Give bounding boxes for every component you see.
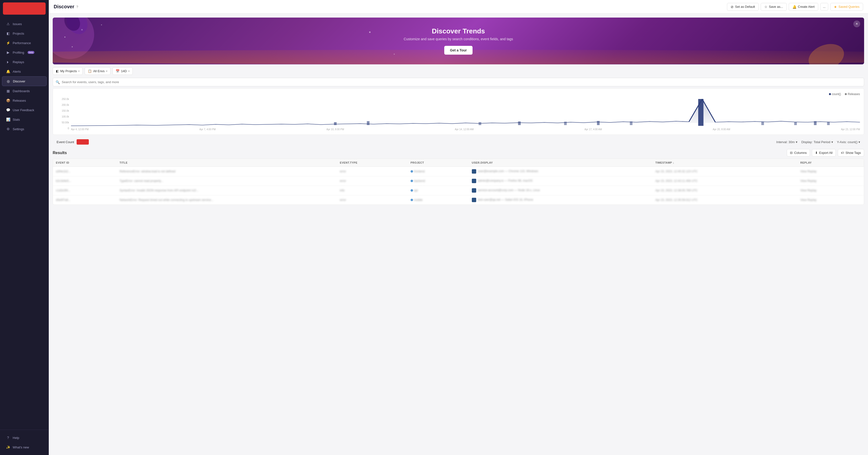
save-as-button[interactable]: ☆ Save as...: [761, 3, 787, 11]
profiling-icon: ▶: [6, 50, 10, 55]
title-text: Discover: [54, 4, 74, 9]
cell-replay[interactable]: View Replay: [798, 186, 864, 195]
legend-count: count(): [829, 92, 841, 96]
sidebar-item-discover[interactable]: ◎ Discover: [2, 76, 46, 86]
title-help-icon[interactable]: ?: [76, 5, 79, 9]
time-filter[interactable]: 📅 14D ▾: [113, 67, 133, 75]
search-input[interactable]: [53, 78, 864, 86]
cell-replay[interactable]: View Replay: [798, 176, 864, 186]
banner-close-button[interactable]: ×: [854, 21, 860, 27]
issues-icon: ⚠: [6, 22, 10, 26]
user-display-text: admin@company.io — Firefox 98, macOS: [478, 179, 532, 183]
replays-icon: ⏵: [6, 60, 10, 64]
sidebar-item-profiling[interactable]: ▶ Profiling beta: [2, 48, 46, 57]
cell-event-id[interactable]: d5e6f7a8...: [53, 195, 117, 205]
saved-queries-button[interactable]: ★ Saved Queries: [830, 3, 863, 11]
sidebar-item-label: Replays: [13, 60, 24, 64]
interval-label: Interval:: [776, 140, 787, 144]
legend-releases-dot: [845, 93, 847, 95]
interval-select[interactable]: Interval: 30m ▾: [776, 140, 798, 144]
user-display-text: user@example.com — Chrome 110, Windows: [478, 169, 538, 173]
env-filter-icon: 📋: [88, 69, 92, 73]
banner-subtitle: Customize and save queries by search con…: [404, 37, 513, 41]
user-avatar: [472, 179, 476, 183]
sidebar-item-label: Alerts: [13, 70, 21, 73]
sidebar-item-stats[interactable]: 📊 Stats: [2, 115, 46, 124]
project-dot: frontend: [410, 170, 425, 173]
yaxis-chevron: ▾: [859, 140, 860, 144]
table-row: b2c3d4e5... TypeError: cannot read prope…: [53, 176, 864, 186]
get-a-tour-button[interactable]: Get a Tour: [444, 46, 473, 55]
x-label-4: Apr 17, 4:00 AM: [585, 128, 602, 131]
legend-count-label: count(): [832, 92, 841, 96]
event-count-badge: [76, 139, 89, 144]
y-label-1: 200.0k: [57, 104, 69, 106]
project-filter[interactable]: ◧ My Projects ▾: [53, 67, 83, 75]
show-tags-button[interactable]: 🏷 Show Tags: [838, 149, 864, 157]
svg-point-5: [394, 54, 395, 55]
cell-project: frontend: [408, 167, 469, 176]
svg-point-1: [72, 46, 73, 47]
yaxis-select[interactable]: Y-Axis: count() ▾: [837, 140, 860, 144]
y-label-0: 250.0k: [57, 98, 69, 100]
export-label: Export All: [819, 151, 833, 155]
sidebar-item-label: Help: [13, 436, 19, 440]
discover-icon: ◎: [6, 79, 10, 84]
results-title: Results: [53, 151, 67, 155]
svg-rect-8: [698, 99, 704, 126]
sidebar-item-user-feedback[interactable]: 💬 User Feedback: [2, 105, 46, 115]
cell-event-id[interactable]: b2c3d4e5...: [53, 176, 117, 186]
svg-point-6: [62, 18, 92, 38]
set-default-label: Set as Default: [735, 5, 755, 8]
sidebar-item-settings[interactable]: ⚙ Settings: [2, 124, 46, 134]
cell-title: SyntaxError: Invalid JSON response from …: [117, 186, 337, 195]
sidebar-item-label: Releases: [13, 99, 26, 102]
set-default-icon: ⊘: [731, 5, 734, 9]
chart-canvas: [71, 98, 860, 127]
sidebar-item-help[interactable]: ? Help: [2, 433, 46, 442]
time-filter-chevron: ▾: [128, 70, 129, 72]
sidebar-item-dashboards[interactable]: ▦ Dashboards: [2, 86, 46, 96]
banner-title: Discover Trends: [432, 27, 485, 35]
sidebar-item-label: Discover: [13, 79, 25, 83]
more-options-button[interactable]: ...: [820, 3, 828, 10]
cell-replay[interactable]: View Replay: [798, 195, 864, 205]
y-label-5: 0: [57, 127, 69, 130]
sidebar-nav: ⚠ Issues ◧ Projects ⚡ Performance ▶ Prof…: [0, 17, 49, 430]
project-dot: mobile: [410, 198, 423, 202]
sidebar-item-issues[interactable]: ⚠ Issues: [2, 19, 46, 29]
svg-rect-14: [597, 121, 600, 125]
sidebar: ⚠ Issues ◧ Projects ⚡ Performance ▶ Prof…: [0, 0, 49, 455]
col-event-id: EVENT ID: [53, 159, 117, 167]
interval-chevron: ▾: [796, 140, 798, 144]
columns-label: Columns: [794, 151, 807, 155]
svg-rect-12: [518, 122, 521, 125]
sidebar-item-alerts[interactable]: 🔔 Alerts: [2, 67, 46, 76]
sidebar-item-performance[interactable]: ⚡ Performance: [2, 38, 46, 47]
sidebar-item-whats-new[interactable]: ✨ What's new: [2, 443, 46, 452]
discover-trends-banner: × Discover Trends Customize and save que…: [53, 18, 864, 64]
sidebar-item-projects[interactable]: ◧ Projects: [2, 29, 46, 38]
export-all-button[interactable]: ⬇ Export All: [812, 149, 836, 157]
cell-replay[interactable]: View Replay: [798, 167, 864, 176]
user-avatar: [472, 169, 476, 173]
sidebar-item-replays[interactable]: ⏵ Replays: [2, 57, 46, 67]
cell-event-id[interactable]: c1d2e3f4...: [53, 186, 117, 195]
display-select[interactable]: Display: Total Period ▾: [801, 140, 833, 144]
show-tags-label: Show Tags: [845, 151, 861, 155]
col-title: TITLE: [117, 159, 337, 167]
show-tags-icon: 🏷: [841, 151, 844, 155]
env-filter[interactable]: 📋 All Envs ▾: [85, 67, 111, 75]
x-label-6: Apr 23, 12:00 PM: [841, 128, 860, 131]
cell-event-id[interactable]: a3f4e1b2...: [53, 167, 117, 176]
x-label-5: Apr 20, 8:00 AM: [713, 128, 730, 131]
user-avatar: [472, 188, 476, 193]
set-default-button[interactable]: ⊘ Set as Default: [727, 3, 759, 11]
create-alert-button[interactable]: 🔔 Create Alert: [789, 3, 818, 11]
legend-count-dot: [829, 93, 831, 95]
sidebar-item-releases[interactable]: 📦 Releases: [2, 96, 46, 105]
sidebar-item-label: Dashboards: [13, 89, 30, 93]
project-dot: backend: [410, 179, 425, 183]
banner-decoration: [53, 18, 864, 64]
columns-button[interactable]: ⊟ Columns: [787, 149, 810, 157]
